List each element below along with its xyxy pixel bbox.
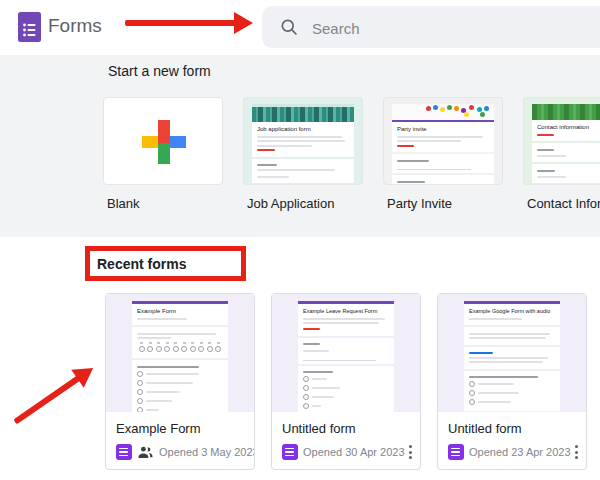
form-preview: Example Google Form with audio (438, 294, 586, 412)
search-input[interactable] (310, 6, 544, 50)
preview-form-title: Job application form (257, 125, 349, 133)
form-name: Example Form (116, 421, 244, 436)
card-footer: Untitled form Opened 23 Apr 2023 (438, 412, 586, 461)
app-title: Forms (48, 15, 102, 37)
form-name: Untitled form (282, 421, 410, 436)
opened-date: Opened 3 May 2023 (159, 446, 255, 458)
opened-date: Opened 30 Apr 2023 (303, 446, 405, 458)
preview-form-title: Contact information (537, 123, 600, 131)
more-options-button[interactable] (571, 443, 582, 461)
job-application-preview: Job application form (243, 97, 363, 185)
preview-form-title: Example Form (137, 307, 223, 315)
blank-template-preview (103, 97, 223, 185)
template-label: Blank (103, 196, 223, 211)
shared-people-icon (137, 445, 154, 459)
recent-card-untitled-form-2[interactable]: Example Google Form with audio (437, 293, 587, 470)
party-invite-preview: Party invite (383, 97, 503, 185)
template-label: Job Application (243, 196, 363, 211)
google-plus-icon (142, 120, 186, 164)
contact-header-image (532, 104, 600, 120)
template-card-party-invite[interactable]: Party invite (383, 97, 503, 211)
job-header-image (252, 104, 354, 122)
template-label: Party Invite (383, 196, 503, 211)
recent-section-title: Recent forms (97, 256, 186, 272)
forms-file-icon (116, 444, 132, 460)
templates-section: Start a new form Blank Job application f… (0, 55, 600, 237)
forms-file-icon (282, 444, 298, 460)
template-card-blank[interactable]: Blank (103, 97, 223, 211)
template-card-contact-information[interactable]: Contact information (523, 97, 600, 211)
form-name: Untitled form (448, 421, 576, 436)
card-footer: Example Form Opened 3 May 2023 (106, 412, 254, 461)
template-label: Contact Information (523, 196, 600, 211)
form-preview: Example Form (106, 294, 254, 412)
contact-information-preview: Contact information (523, 97, 600, 185)
forms-logo-icon[interactable] (18, 12, 41, 46)
card-footer: Untitled form Opened 30 Apr 2023 (272, 412, 420, 461)
header-bar: Forms (0, 0, 600, 55)
template-cards-row: Blank Job application form (103, 97, 600, 211)
search-icon (279, 17, 299, 37)
template-card-job-application[interactable]: Job application form (243, 97, 363, 211)
recent-cards-row: Example Form (105, 293, 587, 470)
preview-form-title: Example Google Form with audio (469, 307, 555, 315)
preview-form-title: Party invite (397, 125, 489, 133)
preview-form-title: Example Leave Request Form (303, 307, 389, 315)
form-preview: Example Leave Request Form (272, 294, 420, 412)
forms-file-icon (448, 444, 464, 460)
more-options-button[interactable] (405, 443, 416, 461)
party-header-image (392, 104, 494, 122)
search-bar[interactable] (262, 6, 600, 48)
templates-section-title: Start a new form (108, 63, 211, 79)
recent-card-example-form[interactable]: Example Form (105, 293, 255, 470)
recent-card-untitled-form-1[interactable]: Example Leave Request Form (271, 293, 421, 470)
opened-date: Opened 23 Apr 2023 (469, 446, 571, 458)
